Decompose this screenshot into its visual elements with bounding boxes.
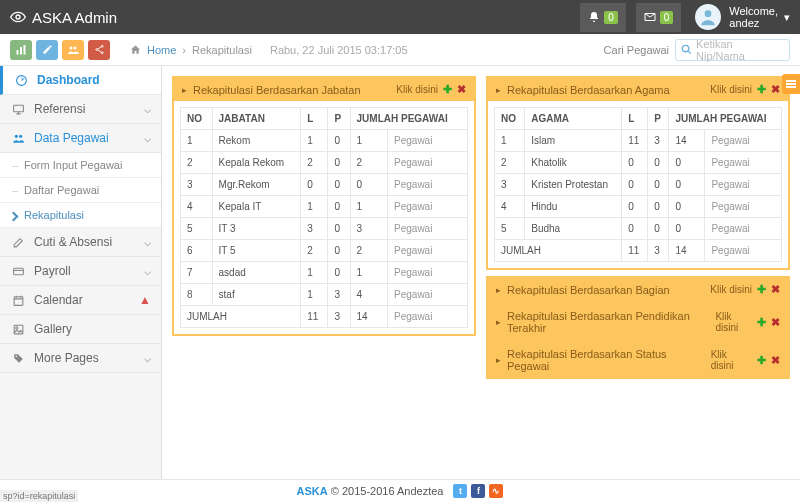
sidebar-item-more[interactable]: More Pages⌵ xyxy=(0,344,161,373)
user-menu[interactable]: Welcome, andez ▾ xyxy=(695,4,790,30)
svg-rect-16 xyxy=(14,296,23,305)
bell-icon xyxy=(588,11,600,23)
breadcrumb-date: Rabu, 22 Juli 2015 03:17:05 xyxy=(270,44,408,56)
panel-agama-header[interactable]: ▸ Rekapitulasi Berdasarkan Agama Klik di… xyxy=(488,78,788,101)
table-row: 5IT 3303Pegawai xyxy=(181,218,468,240)
quick-users-button[interactable] xyxy=(62,40,84,60)
mail-icon xyxy=(644,11,656,23)
table-row: 6IT 5202Pegawai xyxy=(181,240,468,262)
panel-jabatan-header[interactable]: ▸ Rekapitulasi Berdasarkan Jabatan Klik … xyxy=(174,78,474,101)
svg-point-10 xyxy=(682,45,688,51)
sidebar-item-cuti[interactable]: Cuti & Absensi⌵ xyxy=(0,228,161,257)
panel-collapsed: ▸Rekapitulasi Berdasarkan Status Pegawai… xyxy=(486,341,790,379)
footer: ASKA © 2015-2016 Andeztea t f ∿ xyxy=(0,479,800,502)
rss-icon[interactable]: ∿ xyxy=(489,484,503,498)
close-icon[interactable]: ✖ xyxy=(771,354,780,367)
plus-icon[interactable]: ✚ xyxy=(757,83,766,96)
svg-rect-2 xyxy=(17,50,19,55)
settings-handle[interactable] xyxy=(782,74,800,94)
sidebar-sub-form-input[interactable]: Form Input Pegawai xyxy=(0,153,161,178)
sidebar-item-gallery[interactable]: Gallery xyxy=(0,315,161,344)
sidebar-sub-rekapitulasi[interactable]: Rekapitulasi xyxy=(0,203,161,228)
panel-header[interactable]: ▸Rekapitulasi Berdasarkan BagianKlik dis… xyxy=(488,278,788,301)
svg-point-13 xyxy=(14,134,17,137)
chevron-right-icon: ▸ xyxy=(182,85,187,95)
chevron-right-icon: ▸ xyxy=(496,85,501,95)
eye-icon xyxy=(10,9,26,25)
sidebar-sub-daftar[interactable]: Daftar Pegawai xyxy=(0,178,161,203)
breadcrumb-current: Rekapitulasi xyxy=(192,44,252,56)
chevron-right-icon: ▸ xyxy=(496,285,501,295)
panel-header[interactable]: ▸Rekapitulasi Berdasarkan Status Pegawai… xyxy=(488,343,788,377)
svg-rect-3 xyxy=(20,47,22,55)
panel-agama: ▸ Rekapitulasi Berdasarkan Agama Klik di… xyxy=(486,76,790,270)
sidebar-item-payroll[interactable]: Payroll⌵ xyxy=(0,257,161,286)
users-icon xyxy=(12,132,25,145)
sidebar-item-referensi[interactable]: Referensi⌵ xyxy=(0,95,161,124)
menu-icon xyxy=(786,83,796,85)
breadcrumb-home[interactable]: Home xyxy=(147,44,176,56)
table-total-row: JUMLAH11314Pegawai xyxy=(495,240,782,262)
svg-point-5 xyxy=(70,46,73,49)
caret-down-icon: ▾ xyxy=(784,11,790,23)
svg-point-7 xyxy=(101,45,103,47)
panel-jabatan: ▸ Rekapitulasi Berdasarkan Jabatan Klik … xyxy=(172,76,476,336)
svg-point-1 xyxy=(705,10,712,17)
svg-rect-15 xyxy=(13,268,23,275)
search-input[interactable]: Ketikan Nip/Nama xyxy=(675,39,790,61)
svg-rect-17 xyxy=(14,325,23,334)
svg-point-9 xyxy=(101,52,103,54)
search-icon xyxy=(681,44,692,55)
quick-edit-button[interactable] xyxy=(36,40,58,60)
table-agama: NO AGAMA L P JUMLAH PEGAWAI 1Islam11314P… xyxy=(494,107,782,262)
edit-icon xyxy=(12,236,25,249)
chevron-down-icon: ⌵ xyxy=(144,102,151,116)
svg-point-14 xyxy=(19,134,22,137)
panel-header[interactable]: ▸Rekapitulasi Berdasarkan Pendidikan Ter… xyxy=(488,305,788,339)
dashboard-icon xyxy=(15,74,28,87)
panel-collapsed: ▸Rekapitulasi Berdasarkan BagianKlik dis… xyxy=(486,276,790,303)
sidebar-item-dashboard[interactable]: Dashboard xyxy=(0,66,161,95)
close-icon[interactable]: ✖ xyxy=(771,83,780,96)
plus-icon[interactable]: ✚ xyxy=(443,83,452,96)
quick-share-button[interactable] xyxy=(88,40,110,60)
plus-icon[interactable]: ✚ xyxy=(757,354,766,367)
table-row: 1Rekom101Pegawai xyxy=(181,130,468,152)
search-placeholder: Ketikan Nip/Nama xyxy=(696,38,784,62)
plus-icon[interactable]: ✚ xyxy=(757,283,766,296)
image-icon xyxy=(12,323,25,336)
brand[interactable]: ASKA Admin xyxy=(10,9,117,26)
notifications-bell[interactable]: 0 xyxy=(580,3,626,32)
facebook-icon[interactable]: f xyxy=(471,484,485,498)
chevron-down-icon: ⌵ xyxy=(144,131,151,145)
close-icon[interactable]: ✖ xyxy=(457,83,466,96)
close-icon[interactable]: ✖ xyxy=(771,283,780,296)
table-jabatan: NO JABATAN L P JUMLAH PEGAWAI 1Rekom101P… xyxy=(180,107,468,328)
svg-point-18 xyxy=(15,326,17,328)
breadcrumb: Home › Rekapitulasi Rabu, 22 Juli 2015 0… xyxy=(130,44,408,56)
svg-rect-12 xyxy=(13,105,23,112)
svg-point-8 xyxy=(95,49,97,51)
close-icon[interactable]: ✖ xyxy=(771,316,780,329)
quick-stats-button[interactable] xyxy=(10,40,32,60)
chevron-down-icon: ⌵ xyxy=(144,351,151,365)
panel-collapsed: ▸Rekapitulasi Berdasarkan Pendidikan Ter… xyxy=(486,303,790,341)
twitter-icon[interactable]: t xyxy=(453,484,467,498)
table-row: 4Hindu000Pegawai xyxy=(495,196,782,218)
table-row: 2Kepala Rekom202Pegawai xyxy=(181,152,468,174)
notifications-mail[interactable]: 0 xyxy=(636,3,682,32)
chevron-right-icon: ▸ xyxy=(496,317,501,327)
bell-badge: 0 xyxy=(604,11,618,24)
calendar-icon xyxy=(12,294,25,307)
sidebar-item-calendar[interactable]: Calendar▲ xyxy=(0,286,161,315)
svg-point-0 xyxy=(16,15,20,19)
svg-rect-4 xyxy=(24,45,26,55)
table-total-row: JUMLAH11314Pegawai xyxy=(181,306,468,328)
welcome-text: Welcome, xyxy=(729,5,778,17)
user-name: andez xyxy=(729,17,778,29)
table-row: 1Islam11314Pegawai xyxy=(495,130,782,152)
home-icon xyxy=(130,44,141,55)
sidebar-item-data-pegawai[interactable]: Data Pegawai⌵ xyxy=(0,124,161,153)
plus-icon[interactable]: ✚ xyxy=(757,316,766,329)
avatar xyxy=(695,4,721,30)
